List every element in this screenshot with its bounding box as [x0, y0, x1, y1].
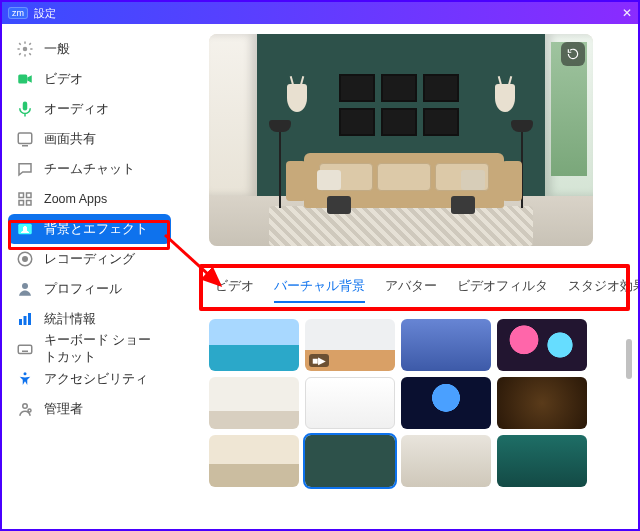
- admin-icon: [16, 400, 34, 418]
- sidebar-item-accessibility[interactable]: アクセシビリティ: [8, 364, 171, 394]
- tab-4[interactable]: スタジオ効果: [568, 274, 638, 303]
- sidebar-item-label: 統計情報: [44, 311, 96, 328]
- sidebar-item-label: プロフィール: [44, 281, 122, 298]
- background-thumb[interactable]: [401, 377, 491, 429]
- settings-window: zm 設定 ✕ 一般ビデオオーディオ画面共有チームチャットZoom Apps背景…: [0, 0, 640, 531]
- keyboard-icon: [16, 340, 34, 358]
- tab-1[interactable]: バーチャル背景: [274, 274, 365, 303]
- sidebar-item-admin[interactable]: 管理者: [8, 394, 171, 424]
- sidebar: 一般ビデオオーディオ画面共有チームチャットZoom Apps背景とエフェクトレコ…: [2, 24, 177, 529]
- window-title: 設定: [34, 6, 56, 21]
- background-thumb[interactable]: [497, 377, 587, 429]
- svg-rect-5: [19, 201, 24, 206]
- sidebar-item-apps[interactable]: Zoom Apps: [8, 184, 171, 214]
- background-thumb[interactable]: [209, 435, 299, 487]
- sidebar-item-audio[interactable]: オーディオ: [8, 94, 171, 124]
- sidebar-item-label: 背景とエフェクト: [44, 221, 148, 238]
- svg-rect-12: [19, 319, 22, 325]
- tab-2[interactable]: アバター: [385, 274, 437, 303]
- share-icon: [16, 130, 34, 148]
- sidebar-item-label: オーディオ: [44, 101, 109, 118]
- video-preview: [209, 34, 593, 246]
- svg-rect-1: [18, 75, 27, 84]
- svg-rect-6: [27, 201, 32, 206]
- svg-rect-4: [27, 193, 32, 198]
- sidebar-item-label: チームチャット: [44, 161, 135, 178]
- sidebar-item-label: 画面共有: [44, 131, 96, 148]
- background-thumb[interactable]: [497, 319, 587, 371]
- sidebar-item-stats[interactable]: 統計情報: [8, 304, 171, 334]
- accessibility-icon: [16, 370, 34, 388]
- general-icon: [16, 40, 34, 58]
- sidebar-item-label: ビデオ: [44, 71, 83, 88]
- svg-point-11: [22, 283, 28, 289]
- main-panel: ビデオバーチャル背景アバタービデオフィルタスタジオ効果 ■▶: [177, 24, 638, 529]
- sidebar-item-label: 管理者: [44, 401, 83, 418]
- svg-rect-15: [18, 345, 32, 353]
- sidebar-item-general[interactable]: 一般: [8, 34, 171, 64]
- sidebar-item-label: キーボード ショートカット: [44, 332, 163, 366]
- background-thumb[interactable]: ■▶: [305, 319, 395, 371]
- stats-icon: [16, 310, 34, 328]
- video-icon: [16, 70, 34, 88]
- sidebar-item-label: レコーディング: [44, 251, 135, 268]
- sidebar-item-label: 一般: [44, 41, 70, 58]
- svg-point-10: [23, 257, 28, 262]
- svg-point-18: [28, 409, 31, 412]
- svg-point-8: [23, 226, 27, 230]
- svg-point-0: [23, 47, 28, 52]
- tab-3[interactable]: ビデオフィルタ: [457, 274, 548, 303]
- svg-point-16: [24, 372, 27, 375]
- sidebar-item-keyboard[interactable]: キーボード ショートカット: [8, 334, 171, 364]
- background-thumb[interactable]: [209, 319, 299, 371]
- background-thumb[interactable]: [209, 377, 299, 429]
- chat-icon: [16, 160, 34, 178]
- close-icon[interactable]: ✕: [622, 6, 632, 20]
- background-thumb[interactable]: [401, 435, 491, 487]
- background-thumb[interactable]: [401, 319, 491, 371]
- background-icon: [16, 220, 34, 238]
- svg-rect-2: [18, 133, 32, 144]
- effects-tabs: ビデオバーチャル背景アバタービデオフィルタスタジオ効果: [209, 274, 620, 303]
- scrollbar-thumb[interactable]: [626, 339, 632, 379]
- recording-icon: [16, 250, 34, 268]
- sidebar-item-recording[interactable]: レコーディング: [8, 244, 171, 274]
- audio-icon: [16, 100, 34, 118]
- titlebar: zm 設定 ✕: [2, 2, 638, 24]
- sidebar-item-share[interactable]: 画面共有: [8, 124, 171, 154]
- rotate-icon[interactable]: [561, 42, 585, 66]
- app-logo: zm: [8, 7, 28, 19]
- sidebar-item-video[interactable]: ビデオ: [8, 64, 171, 94]
- svg-rect-14: [28, 313, 31, 325]
- svg-rect-3: [19, 193, 24, 198]
- background-grid: ■▶: [209, 319, 620, 487]
- background-thumb[interactable]: [305, 435, 395, 487]
- profile-icon: [16, 280, 34, 298]
- background-thumb[interactable]: [305, 377, 395, 429]
- sidebar-item-chat[interactable]: チームチャット: [8, 154, 171, 184]
- sidebar-item-profile[interactable]: プロフィール: [8, 274, 171, 304]
- sidebar-item-label: アクセシビリティ: [44, 371, 148, 388]
- apps-icon: [16, 190, 34, 208]
- sidebar-item-label: Zoom Apps: [44, 192, 107, 206]
- svg-point-17: [23, 404, 28, 409]
- svg-rect-13: [24, 316, 27, 325]
- background-thumb[interactable]: [497, 435, 587, 487]
- tab-0[interactable]: ビデオ: [215, 274, 254, 303]
- sidebar-item-background[interactable]: 背景とエフェクト: [8, 214, 171, 244]
- video-badge-icon: ■▶: [309, 354, 329, 367]
